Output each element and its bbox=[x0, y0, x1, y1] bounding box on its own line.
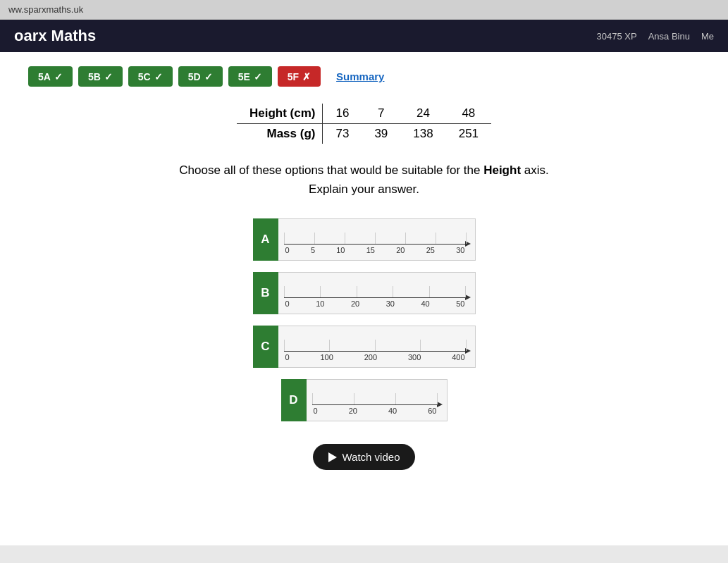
height-val-2: 7 bbox=[362, 104, 400, 124]
tab-5A-label: 5A bbox=[38, 71, 51, 82]
option-D-ticks: 0204060 bbox=[312, 407, 438, 415]
option-C[interactable]: C bbox=[253, 326, 476, 368]
app-title: oarx Maths bbox=[14, 27, 96, 45]
option-C-label: C bbox=[253, 326, 278, 368]
height-val-1: 16 bbox=[323, 104, 362, 124]
option-A[interactable]: A bbox=[253, 218, 476, 261]
option-B-label: B bbox=[253, 272, 278, 314]
xp-display: 30475 XP bbox=[597, 31, 637, 42]
option-C-chart: 0100200300400 bbox=[278, 326, 476, 368]
option-D-label: D bbox=[281, 379, 307, 421]
option-C-ticks: 0100200300400 bbox=[284, 353, 467, 361]
user-name: Ansa Binu bbox=[648, 31, 690, 42]
option-D-chart: 0204060 bbox=[307, 379, 448, 421]
tab-5C[interactable]: 5C ✓ bbox=[128, 66, 173, 87]
option-B-ticks: 01020304050 bbox=[284, 299, 467, 308]
option-B[interactable]: B bbox=[253, 272, 476, 314]
height-val-3: 24 bbox=[400, 104, 445, 124]
question-line2: Explain your answer. bbox=[28, 180, 700, 199]
tab-summary-label: Summary bbox=[336, 70, 384, 82]
tab-5F-x: ✗ bbox=[302, 71, 311, 82]
question-line1: Choose all of these options that would b… bbox=[28, 161, 700, 180]
option-A-label: A bbox=[253, 218, 278, 261]
tab-5D-check: ✓ bbox=[204, 71, 213, 82]
tab-5B-check: ✓ bbox=[104, 71, 113, 82]
tab-5B-label: 5B bbox=[88, 71, 101, 82]
option-D[interactable]: D bbox=[281, 379, 448, 421]
mass-val-1: 73 bbox=[323, 124, 362, 144]
mass-val-3: 138 bbox=[400, 124, 445, 144]
tab-5C-label: 5C bbox=[138, 71, 151, 82]
tab-5D[interactable]: 5D ✓ bbox=[178, 66, 223, 87]
tab-5C-check: ✓ bbox=[154, 71, 163, 82]
tab-5E-check: ✓ bbox=[254, 71, 262, 82]
option-B-chart: 01020304050 bbox=[278, 272, 476, 314]
tab-5D-label: 5D bbox=[188, 71, 201, 82]
mass-val-2: 39 bbox=[362, 124, 400, 144]
tab-5E-label: 5E bbox=[238, 71, 250, 82]
url-text: ww.sparxmaths.uk bbox=[8, 4, 83, 15]
tabs-row: 5A ✓ 5B ✓ 5C ✓ 5D ✓ 5E ✓ 5F ✗ Summary bbox=[28, 66, 700, 87]
options-container: A bbox=[28, 218, 700, 470]
tab-5F-label: 5F bbox=[288, 71, 299, 82]
mass-label: Mass (g) bbox=[237, 124, 323, 144]
header-right: 30475 XP Ansa Binu Me bbox=[597, 31, 714, 42]
play-icon bbox=[328, 452, 337, 462]
height-label: Height (cm) bbox=[237, 104, 323, 124]
watch-video-label: Watch video bbox=[343, 451, 400, 463]
tab-5A[interactable]: 5A ✓ bbox=[28, 66, 73, 87]
browser-bar: ww.sparxmaths.uk bbox=[0, 0, 728, 20]
more-menu[interactable]: Me bbox=[701, 31, 714, 42]
data-table: Height (cm) 16 7 24 48 Mass (g) 73 39 13… bbox=[237, 104, 491, 144]
watch-video-button[interactable]: Watch video bbox=[313, 444, 416, 470]
tab-5F[interactable]: 5F ✗ bbox=[278, 66, 321, 87]
question-text: Choose all of these options that would b… bbox=[28, 161, 700, 199]
height-val-4: 48 bbox=[446, 104, 491, 124]
mass-val-4: 251 bbox=[446, 124, 491, 144]
option-A-chart: 051015202530 bbox=[278, 218, 476, 261]
tab-5E[interactable]: 5E ✓ bbox=[228, 66, 272, 87]
app-header: oarx Maths 30475 XP Ansa Binu Me bbox=[0, 20, 728, 52]
option-A-ticks: 051015202530 bbox=[284, 246, 467, 254]
tab-5A-check: ✓ bbox=[54, 71, 63, 82]
main-content: 5A ✓ 5B ✓ 5C ✓ 5D ✓ 5E ✓ 5F ✗ Summary He… bbox=[0, 52, 728, 545]
tab-summary[interactable]: Summary bbox=[326, 66, 394, 87]
tab-5B[interactable]: 5B ✓ bbox=[78, 66, 123, 87]
